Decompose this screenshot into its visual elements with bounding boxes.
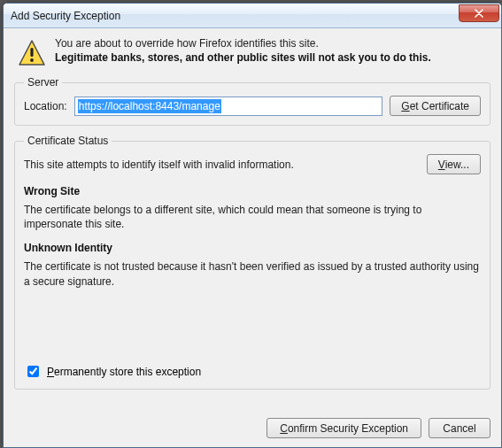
dialog-window: Add Security Exception You are about to …	[3, 3, 502, 448]
cancel-button[interactable]: Cancel	[429, 418, 490, 438]
dialog-footer: Confirm Security Exception Cancel	[4, 409, 501, 447]
svg-rect-1	[30, 48, 33, 57]
close-button[interactable]	[459, 4, 499, 22]
certificate-status-fieldset: Certificate Status This site attempts to…	[14, 135, 490, 390]
permanent-store-label: Permanently store this exception	[47, 366, 201, 378]
view-rest: iew...	[445, 158, 469, 171]
perm-rest: ermanently store this exception	[54, 366, 201, 378]
location-input[interactable]: https://localhost:8443/manage	[74, 97, 383, 116]
permanent-store-checkbox[interactable]	[27, 366, 39, 377]
intro-line1: You are about to override how Firefox id…	[55, 37, 487, 50]
unknown-identity-text: The certificate is not trusted because i…	[24, 259, 481, 288]
certificate-status-legend: Certificate Status	[24, 135, 112, 147]
warning-icon	[18, 39, 46, 67]
server-legend: Server	[24, 76, 62, 89]
intro-section: You are about to override how Firefox id…	[14, 37, 490, 67]
svg-point-2	[30, 58, 34, 62]
view-button[interactable]: View...	[427, 154, 481, 174]
get-certificate-button[interactable]: Get Certificate	[390, 96, 481, 116]
confirm-rest: onfirm Security Exception	[288, 422, 408, 435]
intro-line2: Legitimate banks, stores, and other publ…	[55, 51, 487, 64]
window-title: Add Security Exception	[11, 10, 459, 22]
wrong-site-text: The certificate belongs to a different s…	[24, 203, 481, 231]
status-summary: This site attempts to identify itself wi…	[24, 158, 420, 171]
dialog-content: You are about to override how Firefox id…	[4, 28, 501, 409]
get-cert-rest: et Certificate	[410, 100, 469, 112]
titlebar: Add Security Exception	[4, 4, 501, 28]
confirm-button[interactable]: Confirm Security Exception	[266, 418, 421, 438]
close-icon	[475, 9, 483, 18]
wrong-site-heading: Wrong Site	[24, 185, 481, 197]
location-value: https://localhost:8443/manage	[78, 99, 221, 113]
unknown-identity-heading: Unknown Identity	[24, 242, 481, 254]
location-label: Location:	[24, 100, 67, 112]
intro-text: You are about to override how Firefox id…	[55, 37, 487, 67]
server-fieldset: Server Location: https://localhost:8443/…	[14, 76, 490, 126]
permanent-store-row[interactable]: Permanently store this exception	[24, 356, 481, 380]
